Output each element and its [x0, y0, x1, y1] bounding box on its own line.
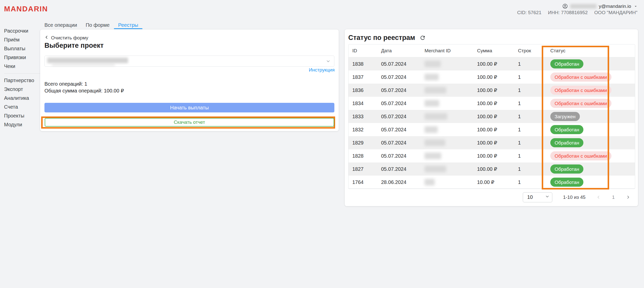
column-header-rows[interactable]: Строк [514, 48, 547, 54]
page-size-value: 10 [527, 194, 533, 200]
cell-rows: 1 [514, 153, 547, 159]
account-email: y@mandarin.io [599, 4, 631, 9]
blurred-merchant-id [425, 166, 446, 172]
table-row[interactable]: 1827 05.07.2024 100.00 ₽ 1 Обработан [349, 162, 635, 176]
blurred-merchant-id [425, 179, 435, 185]
cell-id: 1828 [349, 153, 377, 159]
cell-sum: 100.00 ₽ [473, 61, 514, 67]
sidebar-group: ПартнерствоЭкспортАналитикаСчетаПроектыМ… [4, 76, 44, 129]
tab[interactable]: По форме [81, 21, 114, 29]
blurred-project-name [47, 58, 128, 63]
blurred-merchant-id [425, 87, 446, 93]
cell-rows: 1 [514, 61, 547, 67]
clear-form-link[interactable]: Очистить форму [44, 35, 88, 41]
cell-merchant [421, 61, 473, 67]
cell-id: 1764 [349, 179, 377, 185]
sidebar-item[interactable]: Приём [4, 35, 44, 44]
sidebar-item[interactable]: Проекты [4, 111, 44, 120]
column-header-status[interactable]: Статус [547, 48, 635, 54]
cell-status: Обработан с ошибками [547, 99, 635, 108]
sidebar-item[interactable]: Счета [4, 103, 44, 111]
account-avatar-icon [562, 3, 568, 9]
cell-date: 05.07.2024 [377, 153, 421, 159]
blurred-merchant-id [425, 139, 445, 146]
cell-rows: 1 [514, 166, 547, 172]
blurred-merchant-id [425, 126, 438, 133]
cell-sum: 100.00 ₽ [473, 87, 514, 93]
column-header-id[interactable]: ID [349, 48, 377, 54]
sidebar-item[interactable]: Привязки [4, 53, 44, 62]
cell-merchant [421, 166, 473, 172]
table-row[interactable]: 1838 05.07.2024 100.00 ₽ 1 Обработан [349, 57, 635, 70]
tab[interactable]: Реестры [114, 21, 142, 29]
cell-status: Обработан [547, 164, 635, 174]
column-header-date[interactable]: Дата [377, 48, 421, 54]
start-payouts-button[interactable]: Начать выплаты [44, 103, 334, 112]
blurred-merchant-id [425, 113, 447, 120]
cell-sum: 100.00 ₽ [473, 166, 514, 172]
refresh-button[interactable] [419, 35, 426, 41]
sidebar-item[interactable]: Партнерство [4, 76, 44, 85]
registry-status-card: Статус по реестрам ID Дата Merchant ID С… [345, 29, 638, 206]
next-page-button[interactable] [626, 195, 631, 200]
cell-date: 05.07.2024 [377, 140, 421, 146]
chevron-down-icon [326, 59, 331, 65]
previous-page-button[interactable] [596, 195, 601, 200]
table-row[interactable]: 1837 05.07.2024 100.00 ₽ 1 Обработан с о… [349, 70, 635, 84]
sidebar-item[interactable]: Выплаты [4, 44, 44, 53]
status-badge: Обработан [550, 59, 583, 68]
cell-date: 05.07.2024 [377, 74, 421, 80]
sidebar-item[interactable]: Рассрочки [4, 27, 44, 35]
registry-table: ID Дата Merchant ID Сумма Строк Статус 1… [348, 44, 635, 189]
table-row[interactable]: 1832 05.07.2024 100.00 ₽ 1 Обработан [349, 123, 635, 136]
tab[interactable]: Все операции [44, 21, 81, 29]
cell-sum: 100.00 ₽ [473, 100, 514, 106]
cell-status: Обработан [547, 178, 635, 187]
sidebar-item[interactable]: Экспорт [4, 85, 44, 94]
table-row[interactable]: 1828 05.07.2024 100.00 ₽ 1 Обработан с о… [349, 149, 635, 162]
instruction-link[interactable]: Инструкция [309, 67, 335, 73]
registry-table-body: 1838 05.07.2024 100.00 ₽ 1 Обработан 183… [349, 57, 635, 189]
cid-label: CID: 57621 [517, 10, 541, 15]
table-row[interactable]: 1834 05.07.2024 100.00 ₽ 1 Обработан с о… [349, 97, 635, 110]
chevron-left-icon [44, 35, 49, 41]
sidebar-item[interactable]: Модули [4, 120, 44, 129]
cell-merchant [421, 100, 473, 107]
cell-date: 05.07.2024 [377, 87, 421, 93]
company-label: ООО "МАНДАРИН" [594, 10, 637, 15]
page-size-select[interactable]: 10 [523, 192, 552, 202]
table-row[interactable]: 1829 05.07.2024 100.00 ₽ 1 Обработан [349, 136, 635, 149]
table-header-row: ID Дата Merchant ID Сумма Строк Статус [349, 44, 635, 57]
cell-id: 1829 [349, 140, 377, 146]
refresh-icon [419, 38, 426, 42]
cell-rows: 1 [514, 87, 547, 93]
status-badge: Обработан с ошибками [550, 86, 611, 95]
sidebar-divider [4, 73, 41, 74]
cell-id: 1834 [349, 101, 377, 106]
cell-merchant [421, 87, 473, 93]
cell-merchant [421, 139, 473, 146]
cell-rows: 1 [514, 140, 547, 146]
blurred-merchant-id [425, 100, 439, 107]
sidebar-item[interactable]: Чеки [4, 62, 44, 71]
sidebar-item[interactable]: Аналитика [4, 94, 44, 103]
project-select[interactable] [44, 56, 334, 67]
download-report-button[interactable]: Скачать отчет [45, 118, 334, 127]
cell-rows: 1 [514, 101, 547, 106]
cell-date: 05.07.2024 [377, 166, 421, 172]
column-header-merchant[interactable]: Merchant ID [421, 48, 473, 54]
cell-date: 05.07.2024 [377, 114, 421, 119]
status-badge: Обработан [550, 138, 583, 147]
sidebar-group: РассрочкиПриёмВыплатыПривязкиЧеки [4, 27, 44, 71]
cell-date: 05.07.2024 [377, 101, 421, 106]
column-header-sum[interactable]: Сумма [473, 48, 514, 54]
account-menu[interactable]: y@mandarin.io [562, 3, 638, 9]
page-number[interactable]: 1 [612, 195, 615, 200]
cell-status: Обработан [547, 125, 635, 134]
table-pagination: 10 1-10 из 45 1 [348, 188, 635, 206]
table-row[interactable]: 1836 05.07.2024 100.00 ₽ 1 Обработан с о… [349, 84, 635, 97]
table-row[interactable]: 1764 28.06.2024 10.00 ₽ 1 Обработан [349, 176, 635, 189]
chevron-left-icon [596, 197, 601, 200]
status-badge: Обработан с ошибками [550, 99, 611, 108]
table-row[interactable]: 1833 05.07.2024 100.00 ₽ 1 Загружен [349, 110, 635, 123]
